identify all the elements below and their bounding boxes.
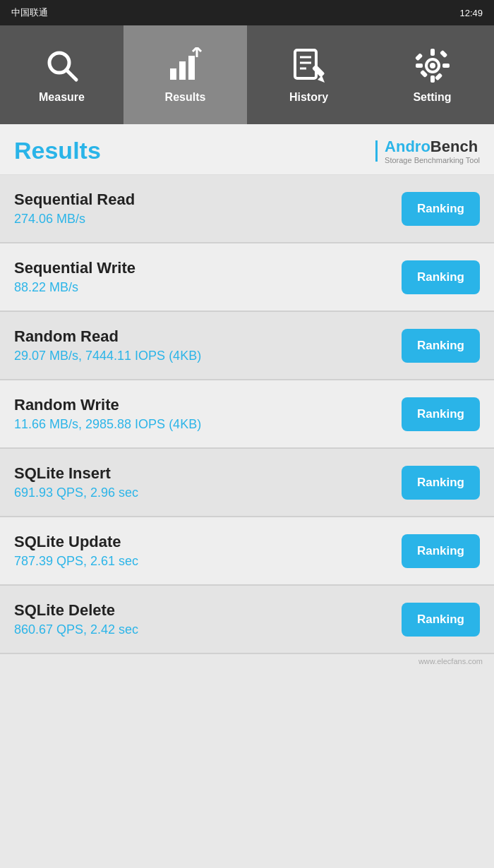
svg-rect-4 — [188, 56, 195, 80]
brand-tagline: Storage Benchmarking Tool — [385, 156, 480, 164]
status-bar: 中国联通 12:49 — [0, 0, 494, 25]
svg-rect-3 — [179, 61, 186, 80]
page-header: Results AndroBench Storage Benchmarking … — [0, 124, 494, 175]
result-text: Random Write 11.66 MB/s, 2985.88 IOPS (4… — [14, 396, 201, 432]
result-item: SQLite Delete 860.67 QPS, 2.42 sec Ranki… — [0, 586, 494, 654]
result-name: SQLite Insert — [14, 464, 138, 483]
result-name: Random Write — [14, 396, 201, 414]
result-text: Sequential Write 88.22 MB/s — [14, 259, 135, 295]
time-label: 12:49 — [459, 8, 483, 18]
svg-rect-17 — [442, 64, 450, 68]
tab-results[interactable]: Results — [124, 25, 247, 124]
result-value: 274.06 MB/s — [14, 212, 135, 227]
tab-bar: Measure Results — [0, 25, 494, 124]
svg-rect-14 — [430, 49, 435, 56]
ranking-button[interactable]: Ranking — [402, 260, 480, 294]
svg-marker-11 — [318, 76, 325, 83]
result-item: Random Write 11.66 MB/s, 2985.88 IOPS (4… — [0, 380, 494, 449]
setting-icon — [413, 46, 452, 85]
svg-rect-19 — [434, 73, 442, 80]
svg-rect-20 — [440, 50, 447, 58]
svg-rect-10 — [312, 64, 325, 77]
result-value: 88.22 MB/s — [14, 280, 135, 295]
svg-rect-18 — [414, 53, 422, 61]
ranking-button[interactable]: Ranking — [402, 397, 480, 431]
result-name: Sequential Read — [14, 191, 135, 209]
measure-icon — [42, 46, 82, 85]
brand-logo: AndroBench Storage Benchmarking Tool — [375, 138, 480, 164]
result-text: Sequential Read 274.06 MB/s — [14, 191, 135, 227]
watermark: www.elecfans.com — [0, 654, 494, 668]
result-value: 691.93 QPS, 2.96 sec — [14, 486, 138, 500]
result-item: Random Read 29.07 MB/s, 7444.11 IOPS (4K… — [0, 312, 494, 380]
svg-rect-21 — [420, 70, 428, 78]
result-name: SQLite Update — [14, 533, 138, 551]
tab-measure-label: Measure — [39, 91, 85, 104]
results-list: Sequential Read 274.06 MB/s Ranking Sequ… — [0, 175, 494, 654]
ranking-button[interactable]: Ranking — [402, 534, 480, 568]
history-icon — [289, 46, 329, 85]
brand-divider — [375, 140, 378, 162]
result-item: SQLite Update 787.39 QPS, 2.61 sec Ranki… — [0, 517, 494, 586]
ranking-button[interactable]: Ranking — [402, 603, 480, 637]
tab-results-label: Results — [165, 91, 206, 104]
result-text: SQLite Delete 860.67 QPS, 2.42 sec — [14, 601, 138, 637]
result-name: SQLite Delete — [14, 601, 138, 620]
svg-rect-15 — [430, 76, 435, 83]
result-text: SQLite Insert 691.93 QPS, 2.96 sec — [14, 464, 138, 500]
svg-line-1 — [66, 70, 76, 80]
results-icon — [166, 46, 205, 85]
result-item: SQLite Insert 691.93 QPS, 2.96 sec Ranki… — [0, 449, 494, 517]
result-name: Random Read — [14, 327, 201, 346]
svg-point-13 — [430, 63, 435, 68]
result-value: 11.66 MB/s, 2985.88 IOPS (4KB) — [14, 417, 201, 432]
tab-setting[interactable]: Setting — [370, 25, 494, 124]
tab-setting-label: Setting — [413, 91, 451, 104]
result-name: Sequential Write — [14, 259, 135, 277]
page-title: Results — [14, 137, 101, 164]
result-text: SQLite Update 787.39 QPS, 2.61 sec — [14, 533, 138, 569]
result-value: 860.67 QPS, 2.42 sec — [14, 622, 138, 637]
ranking-button[interactable]: Ranking — [402, 192, 480, 226]
tab-measure[interactable]: Measure — [0, 25, 124, 124]
svg-rect-6 — [295, 50, 316, 78]
ranking-button[interactable]: Ranking — [402, 466, 480, 500]
svg-rect-16 — [416, 64, 423, 68]
tab-history-label: History — [289, 91, 328, 104]
brand-name: AndroBench — [385, 138, 480, 156]
result-item: Sequential Write 88.22 MB/s Ranking — [0, 243, 494, 312]
result-value: 787.39 QPS, 2.61 sec — [14, 554, 138, 569]
carrier-label: 中国联通 — [11, 6, 48, 19]
result-value: 29.07 MB/s, 7444.11 IOPS (4KB) — [14, 349, 201, 363]
tab-history[interactable]: History — [247, 25, 370, 124]
result-item: Sequential Read 274.06 MB/s Ranking — [0, 175, 494, 243]
svg-rect-2 — [170, 68, 176, 80]
ranking-button[interactable]: Ranking — [402, 329, 480, 363]
result-text: Random Read 29.07 MB/s, 7444.11 IOPS (4K… — [14, 327, 201, 363]
